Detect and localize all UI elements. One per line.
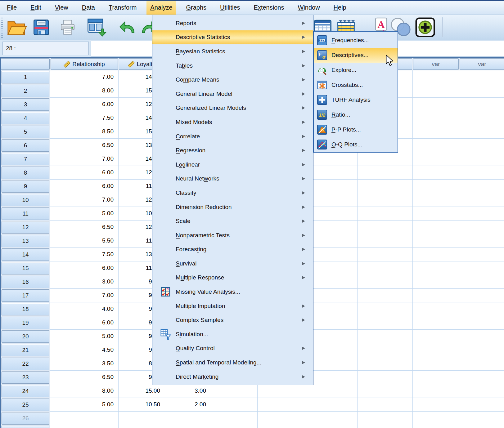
row-header-20[interactable]: 20 xyxy=(2,330,49,343)
menubar-item-window[interactable]: Window xyxy=(294,1,323,15)
menu-item-bayesian-statistics[interactable]: Bayesian Statistics xyxy=(152,44,313,59)
recall-dialogs-button[interactable] xyxy=(87,17,107,37)
cell-r16-c9[interactable] xyxy=(459,275,504,289)
submenu-item-ratio[interactable]: 1/2Ratio... xyxy=(314,107,398,122)
cell-r15-c7[interactable] xyxy=(358,261,413,275)
open-folder-button[interactable] xyxy=(7,17,27,37)
menu-item-neural-networks[interactable]: Neural Networks xyxy=(152,172,313,186)
menubar-item-graphs[interactable]: Graphs xyxy=(182,1,210,15)
cell-r18-c8[interactable] xyxy=(413,302,459,316)
row-header-25[interactable]: 25 xyxy=(2,399,49,411)
menu-item-compare-means[interactable]: Compare Means xyxy=(152,73,313,87)
cell-r9-c9[interactable] xyxy=(459,180,504,193)
column-header-blank[interactable] xyxy=(1,58,50,70)
menubar-item-transform[interactable]: Transform xyxy=(105,1,140,15)
menu-item-multiple-imputation[interactable]: Multiple Imputation xyxy=(152,299,313,313)
cell-r2-c9[interactable] xyxy=(459,84,504,98)
submenu-item-crosstabs[interactable]: Crosstabs... xyxy=(314,78,398,92)
cell-r12-c1[interactable]: 6.50 xyxy=(50,221,119,234)
cell-r14-c1[interactable]: 7.50 xyxy=(50,248,119,261)
cell-r27-c3[interactable] xyxy=(165,425,211,428)
cell-r26-c3[interactable] xyxy=(165,412,211,425)
cell-r20-c9[interactable] xyxy=(459,330,504,343)
menu-item-multiple-response[interactable]: Multiple Response xyxy=(152,271,313,285)
cell-r25-c7[interactable] xyxy=(358,398,413,412)
cell-r26-c1[interactable] xyxy=(50,412,119,425)
menu-item-survival[interactable]: Survival xyxy=(152,256,313,271)
cell-r4-c1[interactable]: 7.50 xyxy=(50,111,119,125)
cell-r18-c7[interactable] xyxy=(358,302,413,316)
cell-r24-c1[interactable]: 8.00 xyxy=(50,384,119,398)
cell-r25-c9[interactable] xyxy=(459,398,504,412)
menu-item-classify[interactable]: Classify xyxy=(152,186,313,200)
cell-r25-c3[interactable]: 2.00 xyxy=(165,398,211,412)
cell-r7-c9[interactable] xyxy=(459,152,504,166)
cell-reference[interactable]: 28 : xyxy=(2,42,89,55)
cell-r10-c7[interactable] xyxy=(358,193,413,207)
cell-r11-c7[interactable] xyxy=(358,207,413,221)
cell-r12-c8[interactable] xyxy=(413,221,459,234)
cell-r19-c7[interactable] xyxy=(358,316,413,330)
cell-r13-c9[interactable] xyxy=(459,234,504,248)
cell-r17-c7[interactable] xyxy=(358,289,413,302)
cell-r26-c8[interactable] xyxy=(413,412,459,425)
menu-item-generalized-linear-models[interactable]: Generalized Linear Models xyxy=(152,101,313,115)
cell-r24-c9[interactable] xyxy=(459,384,504,398)
cell-r25-c2[interactable]: 10.50 xyxy=(119,398,165,412)
cell-r8-c1[interactable]: 6.00 xyxy=(50,166,119,180)
cell-r3-c8[interactable] xyxy=(413,98,459,111)
cell-r20-c7[interactable] xyxy=(358,330,413,343)
cell-r22-c7[interactable] xyxy=(358,357,413,371)
cell-r3-c1[interactable]: 6.00 xyxy=(50,98,119,111)
cell-r21-c1[interactable]: 4.50 xyxy=(50,343,119,357)
cell-r6-c9[interactable] xyxy=(459,139,504,152)
row-header-18[interactable]: 18 xyxy=(2,303,49,315)
cell-r18-c9[interactable] xyxy=(459,302,504,316)
cell-r12-c9[interactable] xyxy=(459,221,504,234)
cell-r26-c4[interactable] xyxy=(211,412,258,425)
row-header-5[interactable]: 5 xyxy=(2,126,49,138)
cell-r27-c6[interactable] xyxy=(304,425,358,428)
menu-item-forecasting[interactable]: Forecasting xyxy=(152,243,313,257)
cell-r6-c8[interactable] xyxy=(413,139,459,152)
row-header-24[interactable]: 24 xyxy=(2,385,49,397)
cell-r18-c1[interactable]: 4.00 xyxy=(50,302,119,316)
cell-r8-c7[interactable] xyxy=(358,166,413,180)
cell-r5-c9[interactable] xyxy=(459,125,504,139)
row-header-26[interactable]: 26 xyxy=(2,412,49,425)
cell-r20-c1[interactable]: 5.00 xyxy=(50,330,119,343)
cell-r2-c1[interactable]: 8.00 xyxy=(50,84,119,98)
menubar-item-analyze[interactable]: Analyze xyxy=(146,1,176,15)
row-header-16[interactable]: 16 xyxy=(2,276,49,288)
cell-r25-c5[interactable] xyxy=(258,398,304,412)
submenu-item-turf-analysis[interactable]: TURF Analysis xyxy=(314,92,398,107)
submenu-item-p-p-plots[interactable]: P-P Plots... xyxy=(314,122,398,137)
submenu-item-q-q-plots[interactable]: Q-Q Plots... xyxy=(314,137,398,152)
menu-item-direct-marketing[interactable]: Direct Marketing xyxy=(152,370,313,384)
cell-r21-c8[interactable] xyxy=(413,343,459,357)
cell-r21-c7[interactable] xyxy=(358,343,413,357)
cell-r27-c7[interactable] xyxy=(358,425,413,428)
row-header-22[interactable]: 22 xyxy=(2,358,49,370)
menubar-item-extensions[interactable]: Extensions xyxy=(250,1,288,15)
row-header-23[interactable]: 23 xyxy=(2,371,49,384)
cell-r4-c9[interactable] xyxy=(459,111,504,125)
cell-r4-c8[interactable] xyxy=(413,111,459,125)
cell-r26-c9[interactable] xyxy=(459,412,504,425)
menu-item-nonparametric-tests[interactable]: Nonparametric Tests xyxy=(152,228,313,243)
cell-r22-c8[interactable] xyxy=(413,357,459,371)
menu-item-missing-value-analysis[interactable]: ?Missing Value Analysis... xyxy=(152,285,313,299)
cell-r1-c9[interactable] xyxy=(459,70,504,84)
menu-item-scale[interactable]: Scale xyxy=(152,214,313,228)
cell-r27-c2[interactable] xyxy=(119,425,165,428)
cell-r6-c1[interactable]: 6.50 xyxy=(50,139,119,152)
cell-r23-c7[interactable] xyxy=(358,371,413,384)
row-header-4[interactable]: 4 xyxy=(2,112,49,124)
cell-r24-c3[interactable]: 3.00 xyxy=(165,384,211,398)
cell-r7-c1[interactable]: 7.00 xyxy=(50,152,119,166)
column-header-var[interactable]: var xyxy=(413,58,459,70)
row-header-2[interactable]: 2 xyxy=(2,85,49,97)
cell-r26-c7[interactable] xyxy=(358,412,413,425)
cell-r24-c4[interactable] xyxy=(211,384,258,398)
cell-r15-c8[interactable] xyxy=(413,261,459,275)
